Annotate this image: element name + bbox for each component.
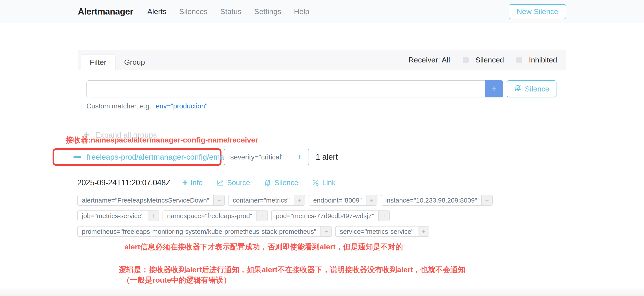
new-silence-button[interactable]: New Silence: [509, 4, 566, 19]
alert-label-tag: prometheus="freeleaps-monitoring-system/…: [77, 226, 332, 237]
alert-label-tag: container="metrics"+: [228, 195, 305, 206]
app-brand: Alertmanager: [78, 6, 133, 16]
silence-link[interactable]: Silence: [264, 178, 298, 187]
chart-icon: [216, 179, 224, 187]
alert-timestamp: 2025-09-24T11:20:07.048Z: [77, 178, 170, 187]
alert-count: 1 alert: [316, 152, 338, 162]
inhibited-label[interactable]: Inhibited: [529, 56, 557, 64]
alert-label-text: service="metrics-service": [336, 226, 418, 236]
tab-filter-label: Filter: [90, 58, 106, 67]
label-add-button[interactable]: +: [378, 211, 389, 221]
tab-group-label: Group: [124, 58, 145, 66]
tab-filter[interactable]: Filter: [81, 54, 116, 70]
alert-label-text: job="metrics-service": [78, 211, 148, 221]
filter-card-header: Filter Group Receiver: All Silenced Inhi…: [78, 50, 566, 70]
group-matcher-tag: severity="critical" +: [224, 149, 309, 165]
nav-item-help[interactable]: Help: [294, 7, 310, 16]
alert-label-text: instance="10.233.98.209:8009": [381, 195, 481, 205]
label-add-button[interactable]: +: [481, 195, 492, 205]
alert-labels: alertname="FreeleapsMetricsServiceDown"+…: [77, 195, 516, 237]
hint-prefix: Custom matcher, e.g.: [86, 102, 151, 110]
alert-label-tag: alertname="FreeleapsMetricsServiceDown"+: [77, 195, 225, 206]
alert-label-tag: service="metrics-service"+: [335, 226, 429, 237]
info-link[interactable]: + Info: [182, 178, 203, 187]
group-collapse-button[interactable]: freeleaps-prod/alertmanager-config/email: [74, 152, 228, 162]
custom-matcher-hint: Custom matcher, e.g. env="production": [86, 102, 556, 110]
alert-label-text: namespace="freeleaps-prod": [163, 211, 256, 221]
alert-header-row: 2025-09-24T11:20:07.048Z + Info Source: [77, 178, 349, 187]
annotation-highlight-box: freeleaps-prod/alertmanager-config/email: [52, 148, 222, 166]
alert-label-text: endpoint="8009": [309, 195, 366, 205]
bell-slash-icon: [514, 84, 522, 94]
matcher-input-group: +: [86, 80, 503, 98]
annotation-note-1: alert信息必须在接收器下才表示配置成功，否则即使能看到alert，但是通知是…: [124, 242, 403, 252]
bell-slash-icon: [264, 179, 272, 187]
alert-label-text: prometheus="freeleaps-monitoring-system/…: [78, 226, 320, 236]
label-add-button[interactable]: +: [148, 211, 159, 221]
alert-label-tag: instance="10.233.98.209:8009"+: [381, 195, 493, 206]
alert-group-row: freeleaps-prod/alertmanager-config/email…: [52, 148, 338, 166]
matcher-input[interactable]: [86, 80, 485, 98]
annotation-note-2: 逻辑是：接收器收到alert后进行通知，如果alert不在接收器下，说明接收器没…: [119, 265, 465, 275]
group-matcher-add-button[interactable]: +: [290, 149, 308, 165]
label-add-button[interactable]: +: [213, 195, 224, 205]
alert-label-text: pod="metrics-77d9cdb497-wdsj7": [272, 211, 378, 221]
minus-icon: [74, 156, 81, 158]
silenced-checkbox[interactable]: [463, 57, 469, 63]
alert-label-text: alertname="FreeleapsMetricsServiceDown": [78, 195, 213, 205]
info-link-label: Info: [190, 178, 202, 187]
inhibited-checkbox[interactable]: [516, 57, 522, 63]
hint-example-link[interactable]: env="production": [156, 102, 208, 110]
filter-card-body: + Silence Custom matcher, e.g. env="prod: [78, 70, 566, 110]
tab-group[interactable]: Group: [116, 54, 154, 70]
bottom-shade: [0, 287, 644, 296]
source-link-label: Source: [227, 178, 250, 187]
source-link[interactable]: Source: [216, 178, 250, 187]
label-add-button[interactable]: +: [294, 195, 305, 205]
label-add-button[interactable]: +: [418, 226, 429, 236]
filter-card: Filter Group Receiver: All Silenced Inhi…: [78, 50, 566, 119]
nav-item-settings[interactable]: Settings: [254, 7, 281, 16]
label-add-button[interactable]: +: [366, 195, 377, 205]
label-add-button[interactable]: +: [320, 226, 332, 236]
silence-button[interactable]: Silence: [507, 80, 556, 98]
top-navbar: Alertmanager Alerts Silences Status Sett…: [0, 0, 644, 23]
annotation-note-3: （一般是route中的逻辑有错误）: [122, 275, 231, 285]
alertmanager-page: Alertmanager Alerts Silences Status Sett…: [0, 0, 644, 296]
alert-label-tag: pod="metrics-77d9cdb497-wdsj7"+: [271, 210, 390, 221]
group-matcher-text: severity="critical": [224, 149, 290, 165]
alert-label-tag: namespace="freeleaps-prod"+: [162, 210, 268, 221]
add-matcher-button[interactable]: +: [485, 80, 503, 98]
main-nav: Alerts Silences Status Settings Help: [147, 7, 310, 16]
link-icon: [312, 179, 319, 186]
nav-item-silences[interactable]: Silences: [179, 7, 208, 16]
filter-header-controls: Receiver: All Silenced Inhibited: [408, 50, 557, 70]
receiver-filter[interactable]: Receiver: All: [408, 56, 450, 64]
alert-label-tag: job="metrics-service"+: [77, 210, 159, 221]
label-add-button[interactable]: +: [256, 211, 268, 221]
silence-link-label: Silence: [274, 178, 298, 187]
nav-item-status[interactable]: Status: [220, 7, 241, 16]
link-action[interactable]: Link: [312, 178, 336, 187]
plus-icon: +: [182, 178, 188, 187]
group-name: freeleaps-prod/alertmanager-config/email: [87, 152, 228, 162]
silenced-label[interactable]: Silenced: [475, 56, 504, 64]
alert-label-text: container="metrics": [228, 195, 294, 205]
nav-item-alerts[interactable]: Alerts: [147, 7, 166, 16]
alert-label-tag: endpoint="8009"+: [308, 195, 378, 206]
annotation-receiver-note: 接收器:namespace/altermanager-config-name/r…: [66, 135, 258, 145]
silence-button-label: Silence: [525, 85, 550, 93]
link-action-label: Link: [322, 178, 336, 187]
